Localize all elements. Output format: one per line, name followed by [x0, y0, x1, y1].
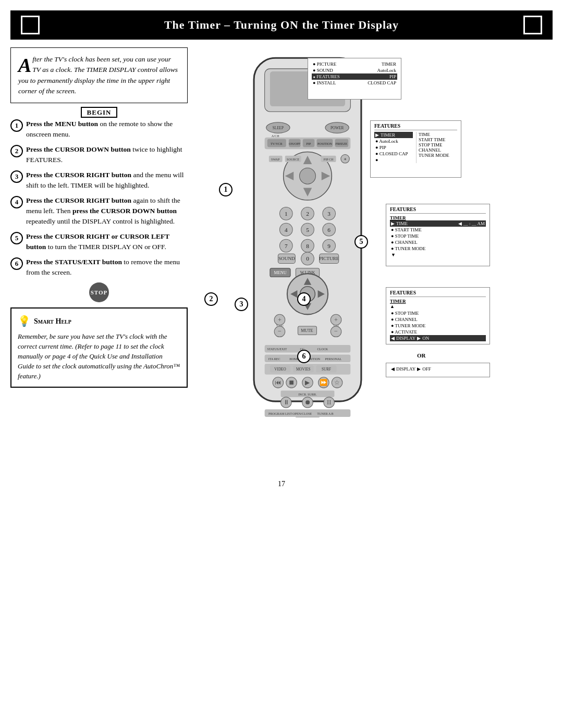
step-2-text: Press the CURSOR DOWN button twice to hi…: [26, 144, 188, 165]
screen2: FEATURES ▶TIMER ● AutoLock ● PIP ● CLOSE…: [370, 120, 461, 178]
svg-text:☆: ☆: [334, 379, 340, 386]
menu-item-stoptime: ● STOP TIME: [390, 233, 486, 239]
svg-text:SOUND: SOUND: [278, 256, 295, 261]
svg-text:FREEZE: FREEZE: [336, 142, 348, 145]
display-label: DISPLAY: [396, 336, 415, 341]
menu-label: ● PICTURE: [313, 61, 336, 67]
step-indicator-4: 4: [297, 292, 311, 306]
drop-cap: A: [18, 55, 31, 75]
begin-text: BEGIN: [81, 107, 118, 118]
menu-item-empty: ●: [374, 157, 413, 163]
svg-point-20: [300, 168, 316, 184]
main-layout: A fter the TV's clock has been set, you …: [10, 47, 553, 470]
step-indicator-6: 6: [297, 350, 311, 363]
intro-text: fter the TV's clock has been set, you ca…: [18, 55, 178, 95]
arrow-icon: ▶: [391, 221, 395, 226]
menu-value: AutoLock: [377, 68, 397, 73]
step-3: 3 Press the CURSOR RIGHT button and the …: [10, 170, 188, 190]
begin-label: BEGIN: [10, 108, 188, 117]
svg-text:+: +: [334, 316, 338, 324]
menu-item-activate: ● ACTIVATE: [390, 329, 486, 335]
page-number: 17: [0, 480, 563, 499]
svg-text:1: 1: [285, 211, 288, 217]
svg-text:6: 6: [327, 227, 331, 233]
svg-text:2: 2: [306, 211, 309, 217]
svg-text:OPEN/CLOSE: OPEN/CLOSE: [292, 412, 312, 415]
submenu-time: TIME: [419, 132, 457, 137]
menu-item-display-off: ◀ DISPLAY ▶ OFF: [390, 366, 486, 372]
submenu-channel: CHANNEL: [419, 147, 457, 153]
screen4: FEATURES TIMER ▲ ● STOP TIME ● CHANNEL ●…: [386, 287, 490, 344]
step-1-number: 1: [10, 119, 23, 132]
svg-text:VIDEO: VIDEO: [274, 367, 286, 372]
menu-row-sound: ● SOUND AutoLock: [312, 67, 397, 73]
svg-text:II: II: [327, 399, 331, 406]
svg-text:POSITION: POSITION: [317, 142, 333, 145]
submenu-stoptime: STOP TIME: [419, 142, 457, 147]
svg-text:−: −: [278, 328, 282, 335]
svg-text:+: +: [278, 316, 282, 324]
menu-label: ⬥ FEATURES: [313, 74, 340, 79]
right-arrow-indicator-off: ▶: [417, 366, 421, 372]
svg-text:⏹: ⏹: [288, 379, 295, 386]
right-column: SLEEP POWER TV/VCR ON/OFF PIP POSITION F…: [193, 47, 553, 470]
display-label-off: DISPLAY: [396, 366, 415, 372]
svg-text:TV/VCR: TV/VCR: [271, 142, 283, 145]
menu-row-install: ● INSTALL CLOSED CAP: [312, 80, 397, 86]
screen5b: ◀ DISPLAY ▶ OFF: [386, 363, 490, 377]
menu-item-channel: ● CHANNEL: [390, 239, 486, 245]
arrow-icon: ◀: [391, 336, 395, 341]
display-value-on: ON: [422, 336, 429, 341]
svg-text:3: 3: [327, 211, 331, 217]
svg-text:MOVIES: MOVIES: [296, 367, 311, 372]
menu-item-closedcap: ● CLOSED CAP: [374, 151, 413, 157]
svg-text:STATUS/EXIT: STATUS/EXIT: [267, 348, 287, 351]
svg-text:PIP CH: PIP CH: [324, 158, 334, 161]
svg-text:☀: ☀: [344, 157, 347, 162]
menu-row-features: ⬥ FEATURES PIP: [312, 73, 397, 80]
screen4-title: FEATURES: [390, 290, 486, 297]
svg-text:INCR. SURR.: INCR. SURR.: [298, 393, 317, 396]
menu-item-autolock: ● AutoLock: [374, 138, 413, 144]
svg-text:⏩: ⏩: [320, 378, 328, 387]
svg-text:⏺: ⏺: [304, 399, 311, 406]
svg-text:MENU: MENU: [274, 270, 286, 275]
menu-item-time: ▶ TIME ◀ __ : __ AM: [390, 220, 486, 227]
screen4-sub: TIMER: [390, 299, 486, 304]
svg-text:8: 8: [306, 243, 309, 249]
screen4-up-indicator: ▲: [390, 304, 486, 309]
svg-text:POWER: POWER: [331, 126, 344, 130]
svg-text:TUNER A B: TUNER A B: [317, 412, 333, 415]
step-2: 2 Press the CURSOR DOWN button twice to …: [10, 144, 188, 165]
menu-item-pip: ● PIP: [374, 144, 413, 151]
display-value-off: OFF: [422, 366, 431, 372]
arrow-icon: ▶: [375, 132, 379, 138]
page-title: The Timer – Turning ON the Timer Display: [40, 18, 523, 32]
stop-symbol: STOP: [10, 282, 188, 302]
svg-text:A/CH: A/CH: [272, 134, 279, 138]
bulb-icon: 💡: [18, 314, 31, 329]
svg-text:7: 7: [285, 243, 288, 249]
svg-text:PERSONAL: PERSONAL: [325, 357, 342, 361]
svg-text:9: 9: [327, 243, 331, 249]
smart-help-title: 💡 Smart Help: [18, 314, 180, 329]
step-indicator-2: 2: [204, 292, 218, 306]
svg-text:0: 0: [306, 255, 309, 262]
menu-value: CLOSED CAP: [368, 80, 396, 85]
submenu-tunermode: TUNER MODE: [419, 153, 457, 158]
screen2-title: FEATURES: [374, 124, 457, 130]
menu-item-display-on: ◀ DISPLAY ▶ ON: [390, 335, 486, 341]
remote-area: SLEEP POWER TV/VCR ON/OFF PIP POSITION F…: [193, 42, 553, 470]
step-6: 6 Press the STATUS/EXIT button to remove…: [10, 257, 188, 277]
svg-text:SLEEP: SLEEP: [273, 126, 284, 130]
svg-text:MUTE: MUTE: [301, 328, 313, 333]
menu-item-tunermode: ● TUNER MODE: [390, 245, 486, 252]
svg-text:CLOCK: CLOCK: [317, 348, 328, 351]
step-indicator-3: 3: [235, 298, 248, 311]
menu-item-timer: ▶TIMER: [374, 132, 413, 138]
menu-label: ● INSTALL: [313, 80, 336, 85]
svg-text:5: 5: [306, 227, 309, 233]
svg-text:▶: ▶: [305, 379, 311, 386]
header-box: [21, 16, 40, 34]
svg-text:⏸: ⏸: [283, 399, 289, 406]
